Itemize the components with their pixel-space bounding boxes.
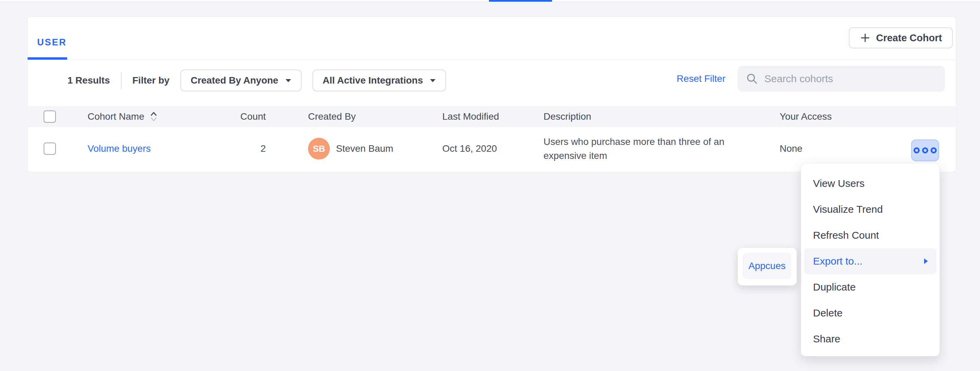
sort-icon[interactable]: [149, 110, 158, 123]
menu-item-duplicate[interactable]: Duplicate: [801, 274, 939, 300]
cohort-count: 2: [215, 127, 266, 170]
reset-filter-link[interactable]: Reset Filter: [677, 73, 725, 84]
menu-item-export-to[interactable]: Export to...: [804, 248, 936, 274]
filter-divider: [121, 72, 122, 89]
column-header-description: Description: [544, 106, 591, 127]
results-count: 1 Results: [67, 75, 110, 86]
row-select-cell: [44, 127, 56, 170]
tabs-divider: [28, 60, 956, 60]
created-by-dropdown-label: Created By Anyone: [191, 75, 278, 86]
filter-bar-right: Reset Filter: [677, 66, 945, 92]
export-submenu: Appcues: [738, 248, 797, 285]
more-dots-icon: [913, 147, 920, 153]
more-dots-icon: [922, 147, 928, 153]
integrations-dropdown-label: All Active Integrations: [323, 75, 423, 86]
created-by-cell: SB Steven Baum: [308, 127, 393, 170]
create-cohort-label: Create Cohort: [876, 32, 942, 44]
column-header-count: Count: [215, 106, 266, 127]
create-cohort-button[interactable]: Create Cohort: [849, 27, 953, 48]
created-by-dropdown[interactable]: Created By Anyone: [180, 70, 301, 91]
row-actions-menu: View Users Visualize Trend Refresh Count…: [801, 163, 940, 356]
search-icon: [746, 73, 758, 85]
submenu-arrow-icon: [923, 258, 928, 264]
select-all-cell: [44, 106, 56, 127]
menu-item-delete[interactable]: Delete: [801, 300, 939, 326]
column-header-cohort-name[interactable]: Cohort Name: [88, 106, 158, 127]
integrations-dropdown[interactable]: All Active Integrations: [312, 70, 446, 91]
column-header-created-by: Created By: [308, 106, 356, 127]
select-all-checkbox[interactable]: [44, 110, 56, 123]
row-checkbox[interactable]: [44, 143, 56, 155]
menu-item-visualize-trend[interactable]: Visualize Trend: [801, 196, 939, 222]
table-header: Cohort Name Count Created By Last Modifi…: [28, 106, 956, 127]
created-by-name: Steven Baum: [336, 143, 393, 154]
chevron-down-icon: [430, 79, 436, 83]
tab-user-underline: [28, 57, 67, 60]
cohort-description: Users who purchase more than three of an…: [544, 135, 738, 162]
column-header-your-access: Your Access: [780, 106, 832, 127]
plus-icon: [860, 32, 870, 43]
avatar: SB: [308, 138, 330, 159]
more-actions-button[interactable]: [911, 140, 939, 161]
last-modified-date: Oct 16, 2020: [442, 127, 497, 170]
cohort-name-header-label: Cohort Name: [88, 111, 145, 122]
cohort-name-link[interactable]: Volume buyers: [88, 143, 151, 154]
search-box[interactable]: [738, 66, 945, 92]
menu-item-view-users[interactable]: View Users: [801, 170, 939, 196]
filter-by-label: Filter by: [132, 75, 170, 86]
search-input[interactable]: [764, 73, 928, 84]
more-dots-icon: [931, 147, 937, 153]
menu-item-refresh-count[interactable]: Refresh Count: [801, 222, 939, 248]
tab-user[interactable]: USER: [37, 37, 67, 48]
cohorts-panel: USER Create Cohort 1 Results Filter by C…: [27, 16, 956, 172]
menu-item-share[interactable]: Share: [801, 326, 939, 352]
chevron-down-icon: [285, 79, 291, 83]
column-header-last-modified: Last Modified: [442, 106, 499, 127]
export-to-label: Export to...: [813, 255, 862, 267]
your-access-value: None: [780, 127, 802, 170]
active-tab-indicator: [489, 0, 552, 2]
top-nav-strip: [0, 0, 980, 2]
submenu-item-appcues[interactable]: Appcues: [743, 253, 791, 279]
filter-bar: 1 Results Filter by Created By Anyone Al…: [67, 70, 446, 91]
